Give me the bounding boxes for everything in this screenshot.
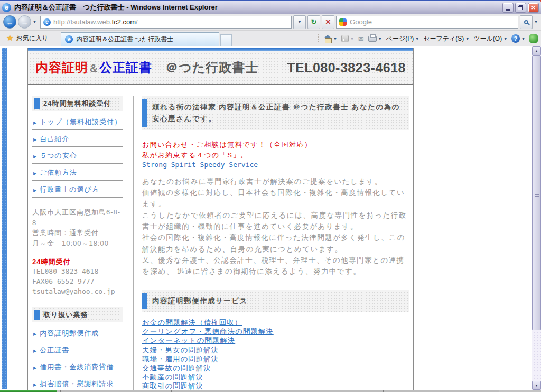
site-header: 内容証明＆公正証書 ＠つた行政書士 TEL080-3823-4618 (28, 51, 413, 85)
service-link-real-estate[interactable]: 不動産の問題解決 (142, 373, 409, 381)
address-dropdown-button[interactable]: ▼ (293, 15, 306, 29)
mail-icon: ✉ (358, 35, 364, 43)
taskbar-item[interactable] (383, 390, 499, 392)
contact-tel: TEL080-3823-4618 (32, 267, 123, 277)
sidebar-item-label: 公正証書 (40, 346, 69, 355)
address-input[interactable]: e http://tsutalaw.web.fc2.com/ (40, 16, 292, 29)
office-address: 大阪市大正区南恩加島6-8-8 (32, 207, 123, 228)
feeds-button[interactable]: ▼ (341, 35, 354, 42)
intro-paragraph: 又、優秀な弁護士、公認会計士、税理士、弁理士、その他専門家との連携を深め、 迅速… (142, 255, 409, 277)
link-arrow-icon: ▶ (33, 137, 37, 142)
url-text: http://tsutalaw.web.fc2.com/ (53, 18, 138, 26)
url-prefix: http://tsutalaw.web. (53, 18, 112, 26)
command-bar: ▼ ▼ ✉ ▼ ページ(P)▼ セーフティ(S)▼ ツール(O)▼ ?▼ (318, 34, 538, 46)
service-section-header: 内容証明郵便作成サービス (142, 290, 409, 312)
start-button-sliver[interactable] (0, 390, 57, 392)
scroll-down-button[interactable]: ▼ (532, 381, 541, 390)
browser-window: e 内容証明＆公正証書 つた行政書士 - Windows Internet Ex… (0, 0, 541, 392)
intro-banner: 頼れる街の法律家 内容証明＆公正証書 ＠つた行政書士 あなたの為の安心屋さんです… (142, 96, 409, 130)
window-controls: ✕ (502, 3, 539, 13)
stop-button[interactable]: ✕ (322, 15, 334, 29)
site-title: 内容証明＆公正証書 ＠つた行政書士 (35, 59, 287, 76)
new-tab-button[interactable] (220, 34, 232, 46)
service-link-cooling-off[interactable]: クーリングオフ・悪徳商法の問題解決 (142, 328, 409, 336)
search-icon (524, 20, 528, 24)
url-domain: fc2.com (112, 18, 136, 26)
section-accent-bar (34, 98, 40, 109)
sidebar-item-choosing-gyoseishoshi[interactable]: ▶行政書士の選び方 (32, 181, 123, 198)
sidebar-item-loan-documents[interactable]: ▶借用書・金銭消費貸借 (32, 358, 123, 375)
taskbar-item[interactable] (60, 390, 171, 392)
search-options-icon[interactable]: ▼ (534, 20, 538, 24)
sidebar-item-five-assurances[interactable]: ▶５つの安心 (32, 147, 123, 164)
sidebar-item-top[interactable]: ▶トップ（無料相談受付） (32, 113, 123, 130)
tab-active[interactable]: e 内容証明＆公正証書 つた行政書士 (61, 32, 219, 46)
sidebar-item-label: 自己紹介 (40, 134, 69, 144)
close-button[interactable]: ✕ (528, 3, 539, 13)
section-accent-bar (142, 293, 147, 309)
sidebar-item-damages[interactable]: ▶損害賠償・慰謝料請求 (32, 375, 123, 390)
intro-paragraph: 社会の国際化・複雑化・高度情報化に伴った法律問題が多く発生し、この解決能力を昂め… (142, 232, 409, 255)
search-input[interactable] (350, 18, 515, 26)
ie-logo-icon: e (2, 3, 11, 12)
page-background-strip (2, 48, 7, 389)
scrollbar-grip (535, 193, 539, 198)
minimize-icon (506, 9, 510, 11)
page-menu-label: ページ(P) (386, 34, 414, 43)
restore-icon (518, 6, 523, 10)
vertical-scrollbar[interactable]: ▲ ▼ (532, 46, 541, 390)
scrollbar-thumb[interactable] (532, 55, 541, 330)
site-title-rest: ＠つた行政書士 (152, 60, 258, 74)
intro-paragraph: 価値観の多様化に対応し、日本社会も国際化・複雑化・高度情報化しています。 (142, 187, 409, 210)
favorites-button[interactable]: ★ お気に入り (3, 33, 53, 46)
forward-button[interactable]: → (18, 15, 31, 29)
safety-menu-button[interactable]: セーフティ(S)▼ (423, 34, 469, 43)
restore-button[interactable] (515, 3, 526, 13)
free-consultation-notice: お問い合わせ・ご相談は無料です！（全国対応） (142, 139, 409, 150)
sidebar-item-naiyoshomei[interactable]: ▶内容証明郵便作成 (32, 324, 123, 341)
service-link-workplace[interactable]: 職場・雇用の問題解決 (142, 355, 409, 363)
service-link-marriage[interactable]: 夫婦・男女の問題解決 (142, 346, 409, 354)
service-link-internet[interactable]: インターネットの問題解決 (142, 337, 409, 345)
home-button[interactable]: ▼ (324, 35, 337, 42)
sidebar-section-consult-title: 24時間無料相談受付 (43, 99, 111, 108)
read-mail-button[interactable]: ✉ (358, 35, 364, 43)
search-box (336, 16, 518, 29)
service-link-money[interactable]: お金の問題解決（債権回収） (142, 319, 409, 327)
help-button[interactable]: ?▼ (511, 34, 525, 43)
sidebar-item-how-to-request[interactable]: ▶ご依頼方法 (32, 164, 123, 181)
sidebar-item-profile[interactable]: ▶自己紹介 (32, 130, 123, 147)
link-arrow-icon: ▶ (33, 171, 37, 176)
print-button[interactable]: ▼ (368, 36, 382, 42)
search-button[interactable] (520, 15, 533, 29)
contact-email: tsutalaw@yahoo.co.jp (32, 287, 123, 297)
taskbar-item[interactable] (171, 390, 383, 392)
tab-bar: ★ お気に入り e 内容証明＆公正証書 つた行政書士 ▼ ▼ ✉ ▼ ページ(P… (0, 31, 541, 46)
chevron-down-icon: ▼ (298, 20, 302, 24)
link-arrow-icon: ▶ (33, 332, 37, 337)
link-arrow-icon: ▶ (33, 382, 37, 387)
sidebar: 24時間無料相談受付 ▶トップ（無料相談受付） ▶自己紹介 ▶５つの安心 ▶ご依… (28, 96, 134, 390)
service-link-commerce[interactable]: 商取引の問題解決 (142, 382, 409, 390)
chevron-down-icon: ▼ (350, 37, 354, 41)
sidebar-item-koseishosho[interactable]: ▶公正証書 (32, 341, 123, 358)
chevron-down-icon: ▼ (521, 37, 525, 41)
minimize-button[interactable] (502, 3, 514, 13)
scroll-up-button[interactable]: ▲ (532, 46, 541, 55)
link-arrow-icon: ▶ (33, 366, 37, 370)
page-menu-button[interactable]: ページ(P)▼ (386, 34, 419, 43)
back-button[interactable]: ← (3, 15, 16, 29)
office-address-block: 大阪市大正区南恩加島6-8-8 営業時間：通常受付 月～金 10:00～18:0… (32, 207, 123, 248)
slogan-4s: Strong Spirit Speedy Service (142, 161, 409, 169)
address-bar-row: ← → ▼ e http://tsutalaw.web.fc2.com/ ▼ ↻… (0, 14, 541, 31)
refresh-button[interactable]: ↻ (307, 15, 320, 29)
favorites-star-icon: ★ (6, 33, 13, 43)
printer-icon (368, 36, 377, 42)
favorites-label: お気に入り (16, 34, 48, 43)
service-link-traffic-accident[interactable]: 交通事故の問題解決 (142, 364, 409, 372)
tools-menu-button[interactable]: ツール(O)▼ (473, 34, 507, 43)
office-hours-label: 営業時間：通常受付 (32, 228, 123, 238)
messenger-button[interactable] (529, 34, 538, 43)
help-icon: ? (511, 34, 520, 43)
history-dropdown-icon[interactable]: ▼ (33, 20, 36, 24)
